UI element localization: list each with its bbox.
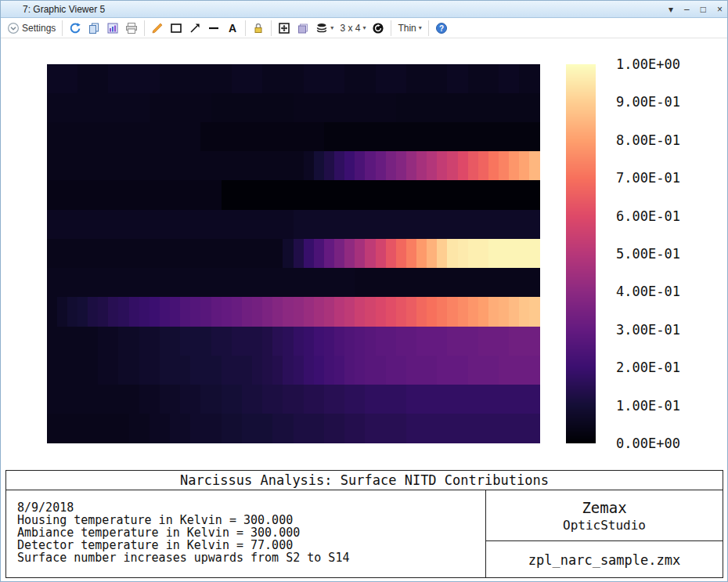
rotate-button[interactable]	[369, 20, 387, 36]
colorbar-tick-label: 1.00E+00	[616, 56, 680, 72]
draw-text-button[interactable]: A	[223, 20, 242, 36]
toolbar-separator	[245, 20, 246, 36]
fit-window-button[interactable]	[275, 20, 294, 36]
colorbar-tick-label: 2.00E-01	[616, 360, 680, 375]
copy-icon	[88, 22, 100, 34]
draw-arrow-button[interactable]	[186, 20, 204, 36]
grid-size-dropdown[interactable]: 3 x 4 ▾	[337, 21, 369, 35]
text-icon: A	[226, 22, 239, 34]
thickness-caret: ▾	[419, 24, 422, 31]
layers-icon	[297, 22, 309, 34]
draw-rectangle-button[interactable]	[167, 20, 186, 36]
thickness-label: Thin	[398, 23, 416, 34]
print-icon	[125, 22, 138, 34]
analysis-info-line: Surface number increases upwards from S2…	[17, 551, 485, 564]
settings-chevron-icon	[7, 22, 20, 34]
colorbar-tick-label: 7.00E-01	[616, 170, 680, 186]
colorbar	[566, 64, 596, 443]
help-button[interactable]: ?	[432, 20, 451, 36]
save-image-icon	[106, 22, 119, 34]
fit-window-icon	[278, 22, 290, 34]
svg-text:A: A	[229, 22, 236, 34]
brand-name: Zemax	[582, 499, 626, 516]
copy-button[interactable]	[85, 20, 103, 36]
lock-icon	[252, 22, 265, 34]
pencil-icon	[151, 22, 164, 34]
refresh-button[interactable]	[66, 20, 85, 36]
maximize-button[interactable]: □	[701, 1, 706, 18]
save-image-button[interactable]	[103, 20, 122, 36]
toolbar-separator	[62, 20, 63, 36]
print-button[interactable]	[122, 20, 141, 36]
branding-column: Zemax OpticStudio zpl_narc_sample.zmx	[485, 490, 723, 578]
grid-size-label: 3 x 4	[340, 23, 360, 34]
annotation-body: 8/9/2018Housing temperature in Kelvin = …	[6, 490, 723, 578]
toolbar-separator	[391, 20, 391, 36]
colorbar-tick-label: 3.00E-01	[616, 322, 680, 338]
window-title: 7: Graphic Viewer 5	[1, 4, 105, 15]
thickness-dropdown[interactable]: Thin ▾	[395, 21, 424, 35]
colorbar-tick-label: 4.00E-01	[616, 284, 680, 299]
stack-plot-button[interactable]: ▾	[312, 20, 337, 36]
brand-product: OpticStudio	[563, 518, 646, 533]
refresh-icon	[69, 22, 81, 34]
close-button[interactable]: ×	[717, 1, 723, 18]
filename-cell: zpl_narc_sample.zmx	[486, 541, 723, 578]
settings-label: Settings	[22, 23, 56, 34]
analysis-info-line: Ambiance temperature in Kelvin = 300.000	[17, 526, 485, 539]
draw-line-button[interactable]	[204, 20, 223, 36]
line-icon	[207, 22, 220, 34]
branding-cell: Zemax OpticStudio	[486, 490, 723, 541]
layers-button[interactable]	[294, 20, 312, 36]
colorbar-tick-label: 9.00E-01	[616, 94, 680, 110]
toolbar: Settings A	[1, 18, 727, 38]
minimize-button[interactable]: –	[684, 1, 690, 18]
settings-button[interactable]: Settings	[4, 20, 59, 36]
analysis-info: 8/9/2018Housing temperature in Kelvin = …	[6, 490, 485, 578]
colorbar-tick-label: 1.00E-01	[616, 398, 680, 414]
svg-text:?: ?	[439, 23, 444, 32]
arrow-icon	[189, 22, 201, 34]
stack-plot-icon	[315, 22, 328, 34]
lock-button[interactable]	[249, 20, 268, 36]
graphic-viewer-window: 7: Graphic Viewer 5 ▾ – □ × Settings	[0, 0, 728, 582]
draw-pencil-button[interactable]	[148, 20, 167, 36]
toolbar-separator	[271, 20, 272, 36]
annotation-box: Narcissus Analysis: Surface NITD Contrib…	[5, 470, 723, 578]
plot-title: Narcissus Analysis: Surface NITD Contrib…	[6, 471, 723, 490]
colorbar-tick-label: 0.00E+00	[616, 436, 680, 451]
title-bar: 7: Graphic Viewer 5 ▾ – □ ×	[1, 1, 727, 18]
colorbar-tick-label: 6.00E-01	[616, 208, 680, 224]
rotate-icon	[372, 22, 384, 34]
analysis-info-line: Detector temperature in Kelvin = 77.000	[17, 539, 485, 551]
toolbar-separator	[144, 20, 145, 36]
colorbar-tick-label: 8.00E-01	[616, 132, 680, 148]
help-icon: ?	[435, 22, 448, 34]
toolbar-separator	[428, 20, 429, 36]
window-controls: ▾ – □ ×	[669, 1, 723, 18]
narcissus-heatmap	[47, 64, 540, 443]
window-menu-button[interactable]: ▾	[669, 1, 673, 18]
analysis-info-line: 8/9/2018	[17, 501, 485, 514]
stack-plot-caret: ▾	[330, 24, 333, 31]
rectangle-icon	[170, 22, 182, 34]
analysis-info-line: Housing temperature in Kelvin = 300.000	[17, 514, 485, 526]
colorbar-tick-labels: 1.00E+009.00E-018.00E-017.00E-016.00E-01…	[616, 64, 728, 443]
lens-filename: zpl_narc_sample.zmx	[528, 552, 680, 568]
colorbar-tick-label: 5.00E-01	[616, 246, 680, 262]
grid-size-caret: ▾	[362, 24, 366, 31]
